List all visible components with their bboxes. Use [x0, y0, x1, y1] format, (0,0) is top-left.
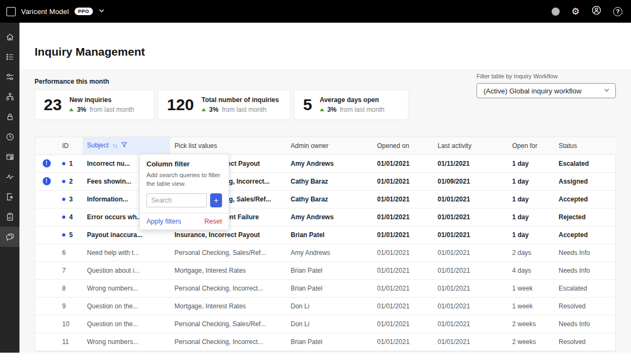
- unread-dot-icon: [62, 198, 65, 201]
- cell-status: Needs Info: [554, 261, 616, 279]
- apply-filters-link[interactable]: Apply filters: [146, 218, 182, 225]
- clipboard-chart-icon: [5, 212, 15, 221]
- sidebar-item-history[interactable]: [0, 127, 19, 147]
- col-last-activity[interactable]: Last activity: [433, 137, 508, 154]
- cell-alert: [35, 244, 58, 261]
- cell-status: Escalated: [554, 154, 616, 172]
- sort-icon[interactable]: ↑↓: [112, 142, 117, 149]
- table-row[interactable]: 6Need help with t...Personal Checking, S…: [35, 244, 616, 261]
- cell-admin-owner: Brian Patel: [286, 261, 373, 279]
- cell-opened-on: 01/01/2021: [373, 244, 433, 261]
- cell-open-for: 1 day: [508, 172, 554, 190]
- table-row[interactable]: !2Fees showin...Personal Checking, Incor…: [35, 172, 616, 190]
- table-row[interactable]: 8Wrong numbers...Personal Checking, Inco…: [35, 279, 616, 297]
- cell-open-for: 4 days: [508, 261, 554, 279]
- col-picklist[interactable]: Pick list values: [170, 137, 286, 154]
- help-icon[interactable]: ?: [613, 7, 622, 16]
- table-row[interactable]: 5Payout inaccura...Insurance, Incorrect …: [35, 226, 616, 244]
- status-circle-icon[interactable]: [552, 8, 560, 16]
- cell-opened-on: 01/01/2021: [373, 172, 433, 190]
- table-row[interactable]: 11Wrong numbers...Personal Checking, Inc…: [35, 333, 616, 350]
- filter-search-input[interactable]: [146, 193, 207, 207]
- reset-filters-link[interactable]: Reset: [204, 218, 222, 225]
- cell-picklist: Mortgage, Interest Rates: [170, 297, 286, 315]
- cell-open-for: 1 day: [508, 190, 554, 208]
- sidebar-item-activity[interactable]: [0, 167, 19, 187]
- inquiry-table: ID Subject↑↓ Pick list values Admin owne…: [35, 137, 616, 352]
- popup-description: Add search queries to filter the table v…: [146, 171, 222, 188]
- cell-last-activity: 01/01/2021: [433, 190, 508, 208]
- cell-status: Escalated: [554, 279, 616, 297]
- account-icon[interactable]: [592, 5, 601, 17]
- sidebar-item-scheduler[interactable]: [0, 147, 19, 167]
- col-opened-on[interactable]: Opened on: [373, 137, 433, 154]
- hierarchy-icon: [5, 92, 15, 102]
- unread-dot-icon: [62, 180, 65, 183]
- stat-cards: 23 New inquiries 3% from last month 120 …: [35, 90, 408, 120]
- sidebar-item-settings-sliders[interactable]: [0, 67, 19, 87]
- sidebar-item-reports[interactable]: [0, 207, 19, 227]
- stat-delta-suffix: from last month: [340, 106, 385, 113]
- stat-card-new-inquiries: 23 New inquiries 3% from last month: [35, 90, 155, 120]
- cell-subject: Need help with t...: [83, 244, 170, 261]
- sidebar-item-security[interactable]: [0, 107, 19, 127]
- cell-alert: [35, 315, 58, 333]
- workflow-filter-select[interactable]: (Active) Global inquiry workflow: [476, 83, 616, 98]
- col-subject-label: Subject: [87, 141, 109, 149]
- col-open-for[interactable]: Open for: [508, 137, 554, 154]
- cell-opened-on: 01/01/2021: [373, 190, 433, 208]
- model-chevron-down-icon[interactable]: [98, 6, 105, 16]
- filter-funnel-icon[interactable]: [121, 142, 127, 150]
- cell-open-for: 2 weeks: [508, 315, 554, 333]
- alert-icon: !: [43, 177, 51, 185]
- window-clock-icon: [5, 152, 15, 161]
- cell-id: 11: [58, 333, 83, 350]
- stat-label: New inquiries: [69, 96, 134, 104]
- table-row[interactable]: 3Information...Personal Checking, Sales/…: [35, 190, 616, 208]
- cell-alert: [35, 226, 58, 244]
- cell-opened-on: 01/01/2021: [373, 208, 433, 226]
- cell-alert: !: [35, 172, 58, 190]
- app-window-icon[interactable]: [6, 7, 16, 16]
- stat-card-average-days-open: 5 Average days open 3% from last month: [294, 90, 408, 120]
- table-row[interactable]: 10Question on the...Personal Checking, S…: [35, 315, 616, 333]
- stat-delta: 3%: [327, 106, 337, 113]
- cell-opened-on: 01/01/2021: [373, 226, 433, 244]
- trend-up-icon: [202, 108, 206, 111]
- main-content: Inquiry Management Performance this mont…: [19, 23, 631, 353]
- alert-icon: !: [43, 159, 51, 167]
- cell-last-activity: 01/01/2021: [433, 261, 508, 279]
- sidebar-item-hierarchy[interactable]: [0, 87, 19, 107]
- col-id[interactable]: ID: [58, 137, 83, 154]
- cell-status: Needs Info: [554, 244, 616, 261]
- sidebar-item-favorites[interactable]: [0, 187, 19, 207]
- table-row[interactable]: 7Question about i...Mortgage, Interest R…: [35, 261, 616, 279]
- stat-delta: 3%: [209, 106, 218, 113]
- stat-label: Average days open: [320, 96, 385, 104]
- cell-subject: Wrong numbers...: [83, 279, 170, 297]
- table-row[interactable]: 4Error occurs wh...Insurance, Payment Fa…: [35, 208, 616, 226]
- col-admin-owner[interactable]: Admin owner: [286, 137, 373, 154]
- workflow-filter-value: (Active) Global inquiry workflow: [484, 87, 581, 95]
- home-icon: [5, 32, 15, 42]
- cell-opened-on: 01/01/2021: [373, 333, 433, 350]
- col-status[interactable]: Status: [554, 137, 616, 154]
- cell-open-for: 2 weeks: [508, 333, 554, 350]
- table-row[interactable]: !1Incorrect nu...Insurance, Incorrect Pa…: [35, 154, 616, 172]
- table-row[interactable]: 9Question on the...Mortgage, Interest Ra…: [35, 297, 616, 315]
- sidebar-item-home[interactable]: [0, 27, 19, 47]
- cell-picklist: Personal Checking, Sales/Ref...: [170, 244, 286, 261]
- cell-alert: [35, 261, 58, 279]
- sidebar-item-model-list[interactable]: [0, 47, 19, 67]
- cell-opened-on: 01/01/2021: [373, 315, 433, 333]
- cell-open-for: 1 day: [508, 154, 554, 172]
- clock-icon: [5, 132, 15, 141]
- pulse-icon: [5, 172, 15, 181]
- sidebar-item-inquiries[interactable]: [0, 227, 19, 247]
- add-filter-button[interactable]: +: [210, 193, 222, 207]
- cell-alert: [35, 208, 58, 226]
- trend-up-icon: [69, 108, 73, 111]
- col-subject[interactable]: Subject↑↓: [83, 137, 170, 154]
- cell-admin-owner: Brian Patel: [286, 279, 373, 297]
- settings-gear-icon[interactable]: ⚙: [572, 7, 580, 16]
